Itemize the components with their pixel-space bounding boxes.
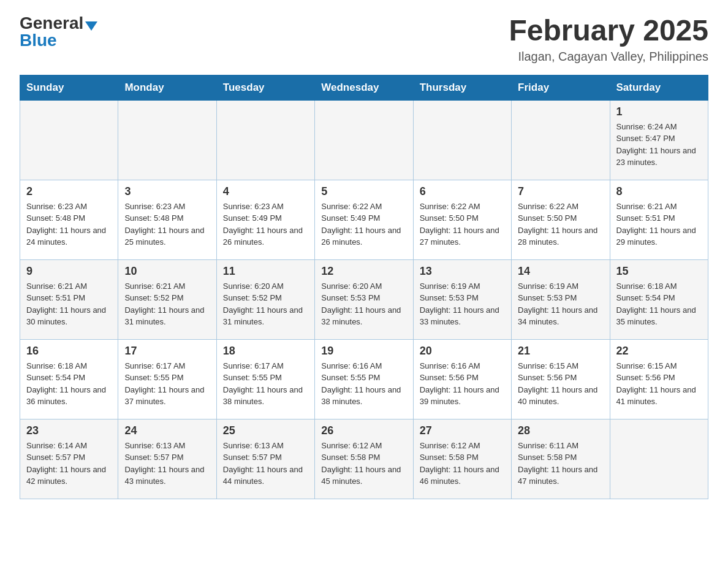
day-number: 25 (223, 424, 308, 437)
day-number: 17 (124, 345, 210, 358)
day-info: Sunrise: 6:12 AMSunset: 5:58 PMDaylight:… (321, 440, 406, 488)
calendar-cell: 24Sunrise: 6:13 AMSunset: 5:57 PMDayligh… (118, 419, 216, 499)
calendar-cell: 15Sunrise: 6:18 AMSunset: 5:54 PMDayligh… (610, 259, 708, 339)
day-info: Sunrise: 6:23 AMSunset: 5:48 PMDaylight:… (124, 201, 210, 248)
day-info: Sunrise: 6:13 AMSunset: 5:57 PMDaylight:… (223, 440, 308, 488)
day-number: 4 (223, 185, 308, 198)
day-number: 18 (223, 345, 308, 358)
logo-general-text: General (20, 15, 83, 32)
day-number: 3 (124, 185, 210, 198)
calendar-week-row: 16Sunrise: 6:18 AMSunset: 5:54 PMDayligh… (20, 339, 708, 419)
calendar-cell (118, 100, 216, 180)
calendar-cell: 26Sunrise: 6:12 AMSunset: 5:58 PMDayligh… (315, 419, 413, 499)
calendar-cell (512, 100, 610, 180)
month-year-title: February 2025 (509, 15, 708, 47)
day-info: Sunrise: 6:15 AMSunset: 5:56 PMDaylight:… (616, 360, 702, 408)
day-info: Sunrise: 6:15 AMSunset: 5:56 PMDaylight:… (518, 360, 603, 408)
day-number: 20 (420, 345, 505, 358)
header-sunday: Sunday (20, 75, 118, 100)
day-info: Sunrise: 6:18 AMSunset: 5:54 PMDaylight:… (26, 360, 112, 408)
day-number: 13 (420, 265, 505, 278)
calendar-cell: 6Sunrise: 6:22 AMSunset: 5:50 PMDaylight… (413, 180, 511, 259)
day-info: Sunrise: 6:21 AMSunset: 5:52 PMDaylight:… (124, 280, 210, 328)
header-wednesday: Wednesday (315, 75, 413, 100)
day-number: 28 (518, 424, 603, 437)
day-number: 15 (616, 265, 702, 278)
calendar-cell: 16Sunrise: 6:18 AMSunset: 5:54 PMDayligh… (20, 339, 118, 419)
calendar-cell: 8Sunrise: 6:21 AMSunset: 5:51 PMDaylight… (610, 180, 708, 259)
day-number: 6 (420, 185, 505, 198)
calendar-cell: 10Sunrise: 6:21 AMSunset: 5:52 PMDayligh… (118, 259, 216, 339)
logo-triangle-icon (85, 21, 97, 31)
calendar-cell: 28Sunrise: 6:11 AMSunset: 5:58 PMDayligh… (512, 419, 610, 499)
day-info: Sunrise: 6:12 AMSunset: 5:58 PMDaylight:… (420, 440, 505, 488)
day-info: Sunrise: 6:11 AMSunset: 5:58 PMDaylight:… (518, 440, 603, 488)
day-info: Sunrise: 6:23 AMSunset: 5:48 PMDaylight:… (26, 201, 112, 248)
day-number: 8 (616, 185, 702, 198)
calendar-cell: 12Sunrise: 6:20 AMSunset: 5:53 PMDayligh… (315, 259, 413, 339)
calendar-cell: 14Sunrise: 6:19 AMSunset: 5:53 PMDayligh… (512, 259, 610, 339)
day-info: Sunrise: 6:23 AMSunset: 5:49 PMDaylight:… (223, 201, 308, 248)
header-tuesday: Tuesday (216, 75, 314, 100)
calendar-cell: 20Sunrise: 6:16 AMSunset: 5:56 PMDayligh… (413, 339, 511, 419)
day-number: 22 (616, 345, 702, 358)
calendar-cell: 5Sunrise: 6:22 AMSunset: 5:49 PMDaylight… (315, 180, 413, 259)
calendar-cell (216, 100, 314, 180)
day-number: 16 (26, 345, 112, 358)
header-friday: Friday (512, 75, 610, 100)
day-number: 24 (124, 424, 210, 437)
calendar-cell (610, 419, 708, 499)
header-thursday: Thursday (413, 75, 511, 100)
calendar-cell: 23Sunrise: 6:14 AMSunset: 5:57 PMDayligh… (20, 419, 118, 499)
logo: General Blue (20, 15, 97, 49)
calendar-cell: 9Sunrise: 6:21 AMSunset: 5:51 PMDaylight… (20, 259, 118, 339)
day-info: Sunrise: 6:17 AMSunset: 5:55 PMDaylight:… (124, 360, 210, 408)
calendar-cell (413, 100, 511, 180)
calendar-cell: 19Sunrise: 6:16 AMSunset: 5:55 PMDayligh… (315, 339, 413, 419)
day-info: Sunrise: 6:17 AMSunset: 5:55 PMDaylight:… (223, 360, 308, 408)
day-info: Sunrise: 6:22 AMSunset: 5:50 PMDaylight:… (420, 201, 505, 248)
day-info: Sunrise: 6:20 AMSunset: 5:53 PMDaylight:… (321, 280, 406, 328)
calendar-cell: 1Sunrise: 6:24 AMSunset: 5:47 PMDaylight… (610, 100, 708, 180)
day-info: Sunrise: 6:16 AMSunset: 5:55 PMDaylight:… (321, 360, 406, 408)
day-number: 14 (518, 265, 603, 278)
day-info: Sunrise: 6:24 AMSunset: 5:47 PMDaylight:… (616, 121, 702, 169)
day-info: Sunrise: 6:13 AMSunset: 5:57 PMDaylight:… (124, 440, 210, 488)
day-number: 9 (26, 265, 112, 278)
day-info: Sunrise: 6:14 AMSunset: 5:57 PMDaylight:… (26, 440, 112, 488)
logo-blue-text: Blue (20, 32, 57, 49)
calendar-cell: 3Sunrise: 6:23 AMSunset: 5:48 PMDaylight… (118, 180, 216, 259)
calendar-header-row: SundayMondayTuesdayWednesdayThursdayFrid… (20, 75, 708, 100)
calendar-cell: 17Sunrise: 6:17 AMSunset: 5:55 PMDayligh… (118, 339, 216, 419)
calendar-cell: 13Sunrise: 6:19 AMSunset: 5:53 PMDayligh… (413, 259, 511, 339)
calendar-cell (20, 100, 118, 180)
day-info: Sunrise: 6:20 AMSunset: 5:52 PMDaylight:… (223, 280, 308, 328)
day-number: 5 (321, 185, 406, 198)
day-number: 7 (518, 185, 603, 198)
calendar-cell: 21Sunrise: 6:15 AMSunset: 5:56 PMDayligh… (512, 339, 610, 419)
day-number: 1 (616, 105, 702, 118)
day-info: Sunrise: 6:21 AMSunset: 5:51 PMDaylight:… (616, 201, 702, 248)
calendar-cell (315, 100, 413, 180)
calendar-week-row: 1Sunrise: 6:24 AMSunset: 5:47 PMDaylight… (20, 100, 708, 180)
calendar-week-row: 9Sunrise: 6:21 AMSunset: 5:51 PMDaylight… (20, 259, 708, 339)
calendar-week-row: 23Sunrise: 6:14 AMSunset: 5:57 PMDayligh… (20, 419, 708, 499)
day-number: 21 (518, 345, 603, 358)
calendar-table: SundayMondayTuesdayWednesdayThursdayFrid… (20, 75, 708, 499)
header-saturday: Saturday (610, 75, 708, 100)
calendar-cell: 4Sunrise: 6:23 AMSunset: 5:49 PMDaylight… (216, 180, 314, 259)
title-area: February 2025 Ilagan, Cagayan Valley, Ph… (509, 15, 708, 64)
day-number: 12 (321, 265, 406, 278)
day-number: 19 (321, 345, 406, 358)
day-info: Sunrise: 6:19 AMSunset: 5:53 PMDaylight:… (420, 280, 505, 328)
calendar-cell: 22Sunrise: 6:15 AMSunset: 5:56 PMDayligh… (610, 339, 708, 419)
day-number: 23 (26, 424, 112, 437)
day-info: Sunrise: 6:22 AMSunset: 5:50 PMDaylight:… (518, 201, 603, 248)
day-info: Sunrise: 6:18 AMSunset: 5:54 PMDaylight:… (616, 280, 702, 328)
day-number: 2 (26, 185, 112, 198)
calendar-cell: 25Sunrise: 6:13 AMSunset: 5:57 PMDayligh… (216, 419, 314, 499)
calendar-week-row: 2Sunrise: 6:23 AMSunset: 5:48 PMDaylight… (20, 180, 708, 259)
day-info: Sunrise: 6:22 AMSunset: 5:49 PMDaylight:… (321, 201, 406, 248)
calendar-cell: 18Sunrise: 6:17 AMSunset: 5:55 PMDayligh… (216, 339, 314, 419)
day-number: 26 (321, 424, 406, 437)
